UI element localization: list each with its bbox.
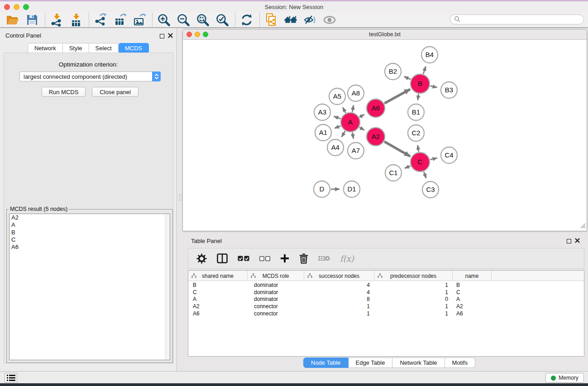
table-cell[interactable]: dominator — [248, 282, 304, 288]
graph-edge-B-B3[interactable] — [430, 86, 437, 87]
graph-edge-B-B2[interactable] — [404, 76, 411, 79]
graph-node-A7[interactable]: A7 — [348, 143, 364, 159]
table-cell[interactable]: B — [453, 282, 492, 288]
graph-node-C4[interactable]: C4 — [441, 147, 457, 163]
column-header-shared-name[interactable]: shared name — [188, 271, 248, 281]
result-list-item[interactable]: A6 — [10, 243, 170, 251]
column-header-name[interactable]: name — [453, 271, 492, 281]
graph-edge-A-A3[interactable] — [334, 116, 340, 119]
show-panels-icon[interactable] — [323, 13, 336, 27]
tab-mcds[interactable]: MCDS — [119, 43, 149, 53]
select-all-checkboxes-icon[interactable] — [238, 256, 249, 262]
result-list-item[interactable]: C — [10, 236, 170, 243]
graph-edge-A-A2[interactable] — [359, 127, 364, 130]
column-header-successor-nodes[interactable]: successor nodes — [304, 271, 374, 281]
graph-edge-B-B1[interactable] — [418, 94, 419, 100]
refresh-layout-icon[interactable] — [240, 13, 253, 27]
mcds-result-list[interactable]: A2ABCA6 — [9, 214, 170, 360]
table-cell[interactable]: 1 — [374, 289, 453, 295]
table-cell[interactable]: A2 — [188, 303, 248, 310]
export-table-icon[interactable] — [113, 13, 127, 27]
table-cell[interactable]: 1 — [374, 282, 453, 288]
run-mcds-button[interactable]: Run MCDS — [42, 87, 86, 97]
table-row[interactable]: Bdominator41B — [188, 281, 584, 289]
graph-node-A3[interactable]: A3 — [314, 104, 330, 120]
table-cell[interactable]: C — [188, 289, 248, 295]
table-cell[interactable]: connector — [248, 303, 304, 310]
settings-gear-icon[interactable] — [196, 253, 207, 264]
memory-button[interactable]: Memory — [545, 373, 584, 383]
zoom-selected-icon[interactable] — [215, 13, 229, 27]
table-row[interactable]: A2connector11A2 — [188, 303, 584, 310]
desktop-scrollbar-thumb[interactable] — [179, 194, 182, 200]
table-cell[interactable]: 8 — [304, 296, 374, 302]
graph-edge-A-A1[interactable] — [335, 126, 340, 128]
graph-edge-A-A6[interactable] — [359, 114, 364, 117]
zoom-fit-icon[interactable] — [196, 13, 210, 27]
graph-node-A4[interactable]: A4 — [327, 139, 344, 156]
table-cell[interactable]: B — [188, 282, 248, 288]
new-session-from-file-icon[interactable] — [264, 13, 278, 27]
graph-node-A[interactable]: A — [341, 113, 360, 132]
graph-edge-A2-C[interactable] — [384, 142, 410, 157]
close-panel-button[interactable]: Close panel — [92, 87, 139, 97]
table-cell[interactable]: connector — [248, 310, 304, 317]
table-cell[interactable]: A6 — [188, 310, 248, 317]
tab-network-table[interactable]: Network Table — [392, 357, 445, 368]
float-table-panel-icon[interactable] — [567, 239, 571, 243]
tab-edge-table[interactable]: Edge Table — [349, 357, 393, 368]
graph-edge-A-A7[interactable] — [352, 133, 354, 139]
graph-node-C2[interactable]: C2 — [408, 125, 424, 141]
graph-node-A2[interactable]: A2 — [367, 128, 385, 146]
graph-node-C1[interactable]: C1 — [385, 165, 402, 181]
export-image-icon[interactable] — [133, 13, 146, 27]
column-header-MCDS-role[interactable]: MCDS role — [248, 271, 304, 281]
search-input[interactable] — [463, 15, 583, 24]
table-cell[interactable]: 0 — [374, 296, 453, 302]
table-cell[interactable]: C — [453, 289, 492, 295]
open-file-icon[interactable] — [6, 13, 19, 27]
add-column-icon[interactable] — [280, 254, 289, 263]
import-table-icon[interactable] — [69, 13, 83, 27]
tab-select[interactable]: Select — [89, 43, 119, 53]
graph-edge-C-C4[interactable] — [430, 158, 437, 160]
resize-grip-icon[interactable] — [579, 222, 586, 230]
graph-node-B3[interactable]: B3 — [441, 82, 457, 98]
result-list-item[interactable]: B — [10, 229, 170, 236]
graph-node-D[interactable]: D — [314, 181, 330, 197]
table-cell[interactable]: 4 — [304, 282, 374, 288]
table-cell[interactable]: A2 — [453, 303, 492, 310]
home-icon[interactable] — [284, 13, 297, 27]
task-history-button[interactable] — [5, 373, 17, 383]
table-row[interactable]: Cdominator41C — [188, 289, 584, 296]
graph-node-C[interactable]: C — [411, 152, 430, 172]
columns-icon[interactable] — [217, 253, 228, 263]
criterion-dropdown[interactable]: largest connected component (directed) — [19, 71, 161, 81]
graph-edge-C-C2[interactable] — [418, 145, 419, 152]
graph-edge-A6-B[interactable] — [384, 89, 410, 103]
graph-edge-C-C1[interactable] — [405, 166, 411, 168]
graph-edge-A-A4[interactable] — [342, 131, 345, 137]
table-cell[interactable]: 4 — [304, 289, 374, 295]
table-cell[interactable]: 1 — [304, 310, 374, 317]
result-list-scrollbar[interactable] — [165, 214, 170, 360]
graph-node-B4[interactable]: B4 — [421, 47, 438, 63]
zoom-out-icon[interactable] — [177, 13, 190, 27]
result-list-item[interactable]: A — [10, 221, 170, 229]
graph-node-C3[interactable]: C3 — [422, 181, 439, 198]
deselect-all-checkboxes-icon[interactable] — [259, 256, 270, 261]
table-row[interactable]: Adominator80A — [188, 295, 584, 303]
graph-node-A6[interactable]: A6 — [367, 99, 385, 117]
graph-node-B1[interactable]: B1 — [408, 104, 424, 120]
graph-node-A5[interactable]: A5 — [329, 88, 345, 105]
graph-edge-B-B4[interactable] — [423, 67, 425, 74]
table-cell[interactable]: dominator — [248, 296, 304, 302]
graph-node-B[interactable]: B — [411, 74, 430, 93]
table-cell[interactable]: 1 — [374, 310, 453, 317]
close-table-panel-icon[interactable] — [575, 238, 580, 244]
table-cell[interactable]: 1 — [374, 303, 453, 310]
graph-node-B2[interactable]: B2 — [385, 63, 401, 80]
graph-node-D1[interactable]: D1 — [344, 181, 360, 197]
zoom-in-icon[interactable] — [157, 13, 171, 27]
network-window-titlebar[interactable]: testGlobe.txt — [183, 29, 587, 40]
